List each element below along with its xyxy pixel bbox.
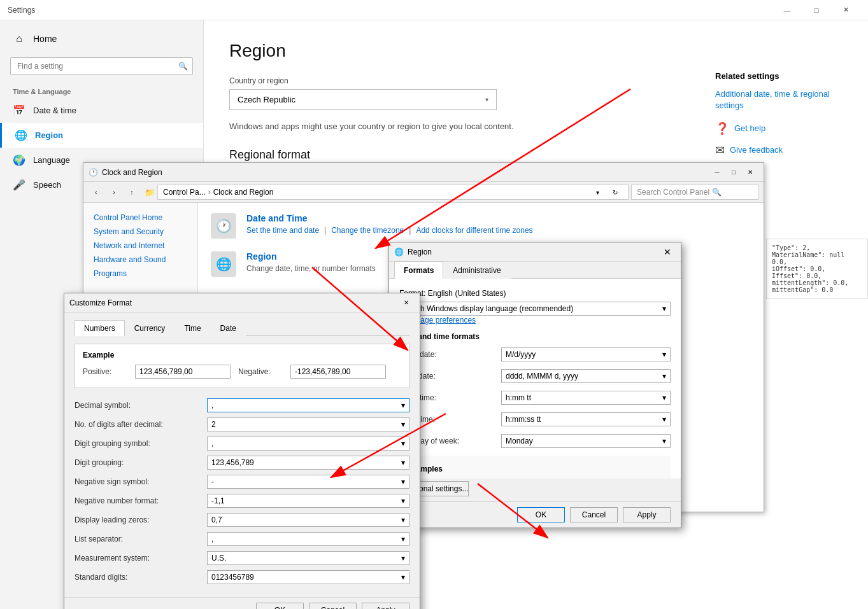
chevron-down-icon: ▾ [662,437,666,445]
long-date-dropdown[interactable]: dddd, MMMM d, yyyy ▾ [501,369,671,383]
set-time-link[interactable]: Set the time and date [246,226,319,235]
language-preferences-link[interactable]: Language preferences [399,316,671,325]
search-input[interactable] [10,57,193,75]
chevron-down-icon: ▾ [662,372,666,381]
cust-titlebar: Customize Format ✕ [64,293,420,312]
date-tab[interactable]: Date [211,320,246,336]
cp-close-btn[interactable]: ✕ [742,165,758,180]
negative-number-format-dropdown[interactable]: -1,1 ▾ [207,494,409,508]
sidebar-item-label-language: Language [33,155,70,165]
get-help-link[interactable]: Get help [734,123,765,134]
close-button[interactable]: ✕ [831,0,860,20]
cp-titlebar: 🕐 Clock and Region ─ □ ✕ [83,163,764,182]
refresh-btn[interactable]: ↻ [608,185,623,200]
region-apply-btn[interactable]: Apply [623,507,671,522]
sidebar-home[interactable]: ⌂ Home [0,25,203,52]
cp-window-title: Clock and Region [102,168,162,177]
negative-input[interactable] [290,365,386,379]
cust-close-btn[interactable]: ✕ [398,295,415,311]
dropdown-arrow-btn[interactable]: ▾ [590,185,605,200]
customize-dialog: Customize Format ✕ Numbers Currency Time… [64,293,420,609]
country-dropdown[interactable]: Czech Republic ▾ [229,89,497,110]
cp-breadcrumb[interactable]: Control Pa... › Clock and Region ▾ ↻ [157,185,629,200]
chevron-down-icon: ▾ [401,496,405,505]
cust-title: Customize Format [69,298,132,307]
digit-grouping-dropdown[interactable]: 123,456,789 ▾ [207,456,409,470]
cp-section-title-datetime[interactable]: Date and Time [246,213,751,223]
cp-sidebar-link-home[interactable]: Control Panel Home [83,211,197,225]
chevron-down-icon: ▾ [662,304,666,313]
forward-button[interactable]: › [106,185,122,200]
administrative-tab[interactable]: Administrative [443,262,510,279]
cp-sidebar-link-hardware[interactable]: Hardware and Sound [83,253,197,267]
digit-grouping-label: Digit grouping: [75,458,202,467]
additional-date-link[interactable]: Additional date, time & regional setting… [715,88,843,111]
back-button[interactable]: ‹ [89,185,104,200]
sidebar-item-date-time[interactable]: 📅 Date & time [0,98,203,123]
cp-sidebar-link-programs[interactable]: Programs [83,267,197,281]
minimize-button[interactable]: — [772,0,802,20]
sidebar-search: 🔍 [10,57,193,75]
digit-grouping-symbol-dropdown[interactable]: , ▾ [207,437,409,451]
cp-minimize-btn[interactable]: ─ [709,165,725,180]
region-dialog-tabs: Formats Administrative [389,262,681,279]
cp-maximize-btn[interactable]: □ [725,165,742,180]
date-time-section-icon: 🕐 [211,213,236,239]
cp-sidebar-link-security[interactable]: System and Security [83,225,197,239]
format-dropdown[interactable]: Match Windows display language (recommen… [399,302,671,316]
chevron-down-icon: ▾ [401,535,405,543]
region-cancel-btn[interactable]: Cancel [570,507,618,522]
numbers-tab[interactable]: Numbers [75,320,125,336]
cust-body: Numbers Currency Time Date Example Posit… [64,312,420,597]
decimal-symbol-dropdown[interactable]: , ▾ [207,398,409,412]
cp-search[interactable]: Search Control Panel 🔍 [631,185,758,200]
titlebar-controls: — □ ✕ [772,0,860,20]
list-separator-dropdown[interactable]: , ▾ [207,532,409,546]
change-timezone-link[interactable]: Change the timezone [331,226,404,235]
long-time-dropdown[interactable]: h:mm:ss tt ▾ [501,412,671,426]
leading-zeros-row: Display leading zeros: 0,7 ▾ [75,513,409,527]
time-tab[interactable]: Time [174,320,210,336]
date-time-section-title: Date and time formats [399,332,671,341]
speech-icon: 🎤 [13,179,25,191]
cp-folder-icon: 📁 [145,188,155,197]
cust-cancel-btn[interactable]: Cancel [309,603,357,609]
cp-title-left: 🕐 Clock and Region [89,168,162,177]
search-placeholder: Search Control Panel [637,188,709,197]
region-dialog-close[interactable]: ✕ [659,244,676,260]
region-ok-btn[interactable]: OK [517,507,565,522]
standard-digits-dropdown[interactable]: 0123456789 ▾ [207,570,409,584]
cp-date-time-section: 🕐 Date and Time Set the time and date | … [211,213,751,239]
leading-zeros-dropdown[interactable]: 0,7 ▾ [207,513,409,527]
positive-row: Positive: Negative: [83,365,401,379]
positive-input[interactable] [135,365,231,379]
side-data-text: "Type": 2, MaterialName": null 0.0, iOff… [772,244,862,293]
negative-sign-dropdown[interactable]: - ▾ [207,475,409,489]
first-day-dropdown[interactable]: Monday ▾ [501,434,671,448]
chevron-down-icon: ▾ [662,350,666,359]
related-settings-title: Related settings [715,71,843,81]
up-button[interactable]: ↑ [124,185,139,200]
digit-grouping-symbol-row: Digit grouping symbol: , ▾ [75,437,409,451]
formats-tab[interactable]: Formats [394,262,443,279]
short-time-dropdown[interactable]: h:mm tt ▾ [501,391,671,405]
digits-after-decimal-dropdown[interactable]: 2 ▾ [207,417,409,431]
give-feedback-link[interactable]: Give feedback [730,144,783,156]
short-date-dropdown[interactable]: M/d/yyyy ▾ [501,347,671,361]
measurement-system-dropdown[interactable]: U.S. ▾ [207,551,409,565]
negative-number-format-label: Negative number format: [75,496,202,505]
breadcrumb-sep: › [208,188,211,197]
cust-apply-btn[interactable]: Apply [362,603,409,609]
currency-tab[interactable]: Currency [125,320,175,336]
long-time-value: h:mm:ss tt [506,415,541,424]
sidebar-item-label: Date & time [33,106,76,115]
positive-label: Positive: [83,367,127,376]
cust-footer: OK Cancel Apply [64,597,420,609]
chevron-down-icon: ▾ [401,401,405,410]
maximize-button[interactable]: □ [802,0,831,20]
add-clocks-link[interactable]: Add clocks for different time zones [416,226,532,235]
cp-sidebar-link-network[interactable]: Network and Internet [83,239,197,253]
cust-ok-btn[interactable]: OK [256,603,304,609]
short-time-value: h:mm tt [506,393,531,402]
sidebar-item-region[interactable]: 🌐 Region [0,123,203,148]
